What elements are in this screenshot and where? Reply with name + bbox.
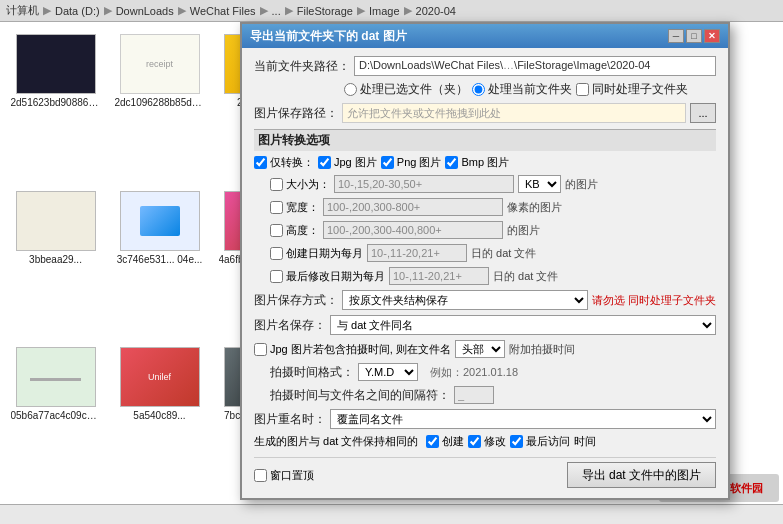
minimize-button[interactable]: ─ <box>668 29 684 43</box>
create-time-checkbox[interactable]: 创建 <box>426 434 464 449</box>
file-name-select[interactable]: 与 dat 文件同名 原文件名 序号 <box>330 315 716 335</box>
width-checkbox[interactable]: 宽度： <box>270 200 319 215</box>
process-options-row: 处理已选文件（夹） 处理当前文件夹 同时处理子文件夹 <box>344 81 716 98</box>
close-button[interactable]: ✕ <box>704 29 720 43</box>
width-input[interactable] <box>323 198 503 216</box>
width-filter-row: 宽度： 像素的图片 <box>270 198 716 216</box>
modify-date-row: 最后修改日期为每月 日的 dat 文件 <box>270 267 716 285</box>
current-path-label: 当前文件夹路径： <box>254 58 350 75</box>
jpg-time-checkbox[interactable]: Jpg 图片若包含拍摄时间, 则在文件名 <box>254 342 451 357</box>
jpg-time-row: Jpg 图片若包含拍摄时间, 则在文件名 头部尾部 附加拍摄时间 <box>254 340 716 358</box>
process-selected-radio[interactable]: 处理已选文件（夹） <box>344 81 468 98</box>
jpg-time-position-select[interactable]: 头部尾部 <box>455 340 505 358</box>
create-date-checkbox[interactable]: 创建日期为每月 <box>270 246 363 261</box>
modify-date-input[interactable] <box>389 267 489 285</box>
current-path-display: D:\DownLoads\WeChat Files\…\FileStorage\… <box>354 56 716 76</box>
jpg-checkbox[interactable]: Jpg 图片 <box>318 155 377 170</box>
rename-row: 图片重名时： 覆盖同名文件 自动编号 跳过 <box>254 409 716 429</box>
timestamp-label: 生成的图片与 dat 文件保持相同的 <box>254 434 418 449</box>
time-format-select[interactable]: Y.M.DY-M-DY/M/D <box>358 363 418 381</box>
timestamp-row: 生成的图片与 dat 文件保持相同的 创建 修改 最后访问 时间 <box>254 434 716 449</box>
bottom-row: 窗口置顶 导出 dat 文件中的图片 <box>254 457 716 488</box>
height-input[interactable] <box>323 221 503 239</box>
process-sub-checkbox[interactable]: 同时处理子文件夹 <box>576 81 688 98</box>
convert-checkbox[interactable]: 仅转换： <box>254 155 314 170</box>
window-top-checkbox[interactable]: 窗口置顶 <box>254 468 314 483</box>
size-unit-select[interactable]: KBMB <box>518 175 561 193</box>
save-path-input[interactable]: 允许把文件夹或文件拖拽到此处 <box>342 103 686 123</box>
file-name-row: 图片名保存： 与 dat 文件同名 原文件名 序号 <box>254 315 716 335</box>
current-path-row: 当前文件夹路径： D:\DownLoads\WeChat Files\…\Fil… <box>254 56 716 76</box>
create-date-row: 创建日期为每月 日的 dat 文件 <box>270 244 716 262</box>
browse-button[interactable]: ... <box>690 103 716 123</box>
export-button[interactable]: 导出 dat 文件中的图片 <box>567 462 716 488</box>
save-path-row: 图片保存路径： 允许把文件夹或文件拖拽到此处 ... <box>254 103 716 123</box>
size-input[interactable] <box>334 175 514 193</box>
last-access-checkbox[interactable]: 最后访问 <box>510 434 570 449</box>
bmp-checkbox[interactable]: Bmp 图片 <box>445 155 509 170</box>
save-mode-select[interactable]: 按原文件夹结构保存 保存到单一文件夹 按日期分类保存 <box>342 290 588 310</box>
convert-check-row: 仅转换： Jpg 图片 Png 图片 Bmp 图片 <box>254 155 716 170</box>
rename-select[interactable]: 覆盖同名文件 自动编号 跳过 <box>330 409 716 429</box>
time-sep-input[interactable] <box>454 386 494 404</box>
dialog-body: 当前文件夹路径： D:\DownLoads\WeChat Files\…\Fil… <box>242 48 728 498</box>
maximize-button[interactable]: □ <box>686 29 702 43</box>
save-mode-row: 图片保存方式： 按原文件夹结构保存 保存到单一文件夹 按日期分类保存 请勿选 同… <box>254 290 716 310</box>
modify-date-checkbox[interactable]: 最后修改日期为每月 <box>270 269 385 284</box>
create-date-input[interactable] <box>367 244 467 262</box>
height-filter-row: 高度： 的图片 <box>270 221 716 239</box>
export-dialog: 导出当前文件夹下的 dat 图片 ─ □ ✕ 当前文件夹路径： D:\DownL… <box>240 22 730 500</box>
size-filter-row: 大小为： KBMB 的图片 <box>270 175 716 193</box>
save-path-label: 图片保存路径： <box>254 105 338 122</box>
modify-time-checkbox[interactable]: 修改 <box>468 434 506 449</box>
dialog-overlay: 导出当前文件夹下的 dat 图片 ─ □ ✕ 当前文件夹路径： D:\DownL… <box>0 0 783 524</box>
dialog-controls: ─ □ ✕ <box>668 29 720 43</box>
process-all-radio[interactable]: 处理当前文件夹 <box>472 81 572 98</box>
dialog-titlebar: 导出当前文件夹下的 dat 图片 ─ □ ✕ <box>242 24 728 48</box>
height-checkbox[interactable]: 高度： <box>270 223 319 238</box>
size-checkbox[interactable]: 大小为： <box>270 177 330 192</box>
png-checkbox[interactable]: Png 图片 <box>381 155 442 170</box>
time-format-row: 拍摄时间格式： Y.M.DY-M-DY/M/D 例如：2021.01.18 <box>270 363 716 381</box>
dialog-title: 导出当前文件夹下的 dat 图片 <box>250 28 407 45</box>
time-sep-row: 拍摄时间与文件名之间的间隔符： <box>270 386 716 404</box>
convert-section-title: 图片转换选项 <box>254 129 716 151</box>
